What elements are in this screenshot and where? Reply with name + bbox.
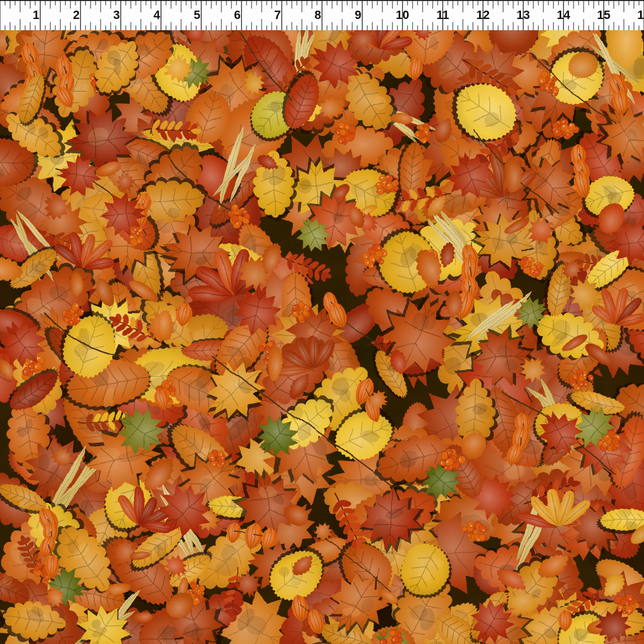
svg-text:3: 3 — [113, 8, 120, 22]
svg-text:9: 9 — [355, 8, 362, 22]
svg-text:15: 15 — [597, 8, 610, 22]
svg-text:14: 14 — [557, 8, 570, 22]
svg-text:16: 16 — [637, 8, 644, 22]
svg-text:13: 13 — [517, 8, 530, 22]
svg-text:7: 7 — [274, 8, 281, 22]
svg-text:5: 5 — [194, 8, 201, 22]
svg-text:4: 4 — [154, 8, 160, 22]
svg-text:8: 8 — [315, 8, 321, 22]
svg-text:11: 11 — [437, 8, 449, 22]
svg-text:12: 12 — [476, 8, 490, 22]
svg-text:2: 2 — [73, 8, 80, 22]
svg-text:6: 6 — [234, 8, 241, 22]
svg-text:10: 10 — [396, 8, 409, 22]
svg-text:1: 1 — [33, 8, 40, 22]
